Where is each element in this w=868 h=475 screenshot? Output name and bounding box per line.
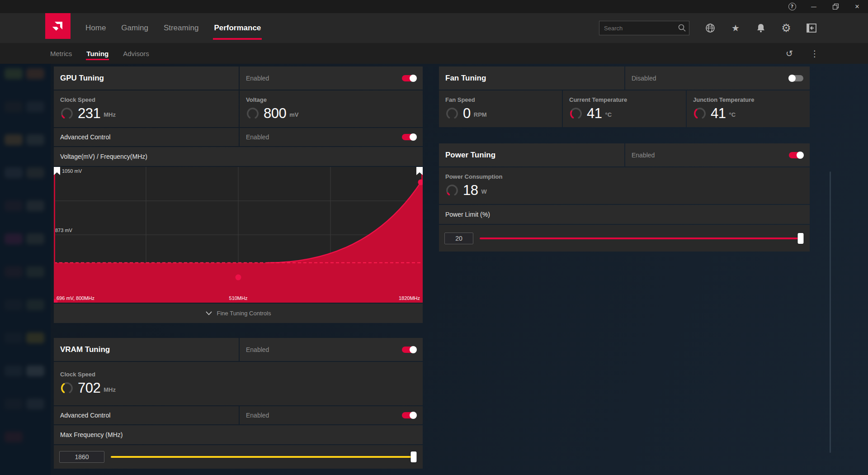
fan-tuning-toggle[interactable]	[789, 75, 803, 81]
settings-button[interactable]: ⚙	[777, 19, 795, 37]
vram-clock-speed-stat: Clock Speed 702 MHz	[54, 362, 423, 405]
more-options-button[interactable]: ⋮	[807, 45, 823, 62]
gpu-tuning-toggle[interactable]	[402, 75, 416, 81]
stat-value: 41	[711, 105, 726, 122]
undo-icon: ↺	[786, 48, 793, 58]
card-title: GPU Tuning	[54, 74, 104, 83]
curve-control-point[interactable]	[236, 275, 241, 280]
help-button[interactable]: ?	[781, 0, 803, 13]
power-tuning-state: Enabled	[625, 143, 810, 166]
state-label: Disabled	[625, 75, 656, 82]
max-frequency-value[interactable]: 1860	[59, 451, 104, 463]
close-icon: ✕	[855, 3, 860, 10]
stat-unit: RPM	[474, 111, 487, 118]
advanced-control-label: Advanced Control	[54, 412, 110, 419]
performance-subnav: Metrics Tuning Advisors ↺ ⋮	[0, 43, 868, 64]
notifications-button[interactable]	[752, 19, 770, 37]
power-limit-value[interactable]: 20	[444, 233, 473, 244]
stat-value: 0	[463, 105, 471, 122]
gpu-voltage-stat: Voltage 800 mV	[240, 90, 423, 127]
gpu-advanced-control-toggle[interactable]	[402, 134, 416, 140]
gpu-advanced-control-row: Advanced Control	[54, 128, 239, 146]
panel-collapse-icon	[807, 24, 816, 33]
vf-chart-title: Voltage(mV) / Frequency(MHz)	[54, 153, 147, 160]
tab-tuning[interactable]: Tuning	[79, 43, 116, 64]
stat-label: Voltage	[246, 96, 416, 103]
voltage-frequency-curve[interactable]: 1050 mV 873 mV 696 mV, 800MHz 510MHz 182…	[54, 167, 423, 303]
vf-curve-svg	[54, 167, 423, 303]
gauge-icon	[445, 184, 459, 197]
background-overlay	[0, 64, 51, 475]
vram-tuning-state: Enabled	[240, 338, 423, 361]
stat-label: Current Temperature	[569, 96, 679, 103]
slider-fill	[111, 456, 414, 458]
gpu-tuning-header: GPU Tuning	[54, 66, 239, 90]
nav-item-home[interactable]: Home	[78, 13, 113, 43]
nav-item-gaming[interactable]: Gaming	[113, 13, 156, 43]
slider-handle[interactable]	[798, 233, 804, 244]
gauge-icon	[60, 381, 74, 395]
gpu-advanced-control-state: Enabled	[240, 128, 423, 146]
stat-value: 231	[78, 105, 100, 122]
tuning-content: GPU Tuning Enabled Clock Speed 231 MHz	[0, 64, 868, 475]
fine-tuning-controls-expander[interactable]: Fine Tuning Controls	[54, 304, 423, 323]
collapse-panel-button[interactable]	[802, 19, 821, 37]
browser-button[interactable]	[701, 19, 719, 37]
close-button[interactable]: ✕	[846, 0, 868, 13]
power-consumption-stat: Power Consumption 18 W	[439, 167, 810, 204]
restore-icon	[833, 4, 839, 10]
gpu-tuning-state: Enabled	[240, 66, 423, 90]
slider-handle[interactable]	[411, 451, 417, 462]
tab-advisors[interactable]: Advisors	[116, 43, 156, 64]
power-tuning-toggle[interactable]	[789, 152, 803, 158]
stat-label: Clock Speed	[60, 371, 416, 378]
max-frequency-label-row: Max Frequency (MHz)	[54, 425, 423, 444]
stat-label: Fan Speed	[445, 96, 556, 103]
gpu-clock-speed-stat: Clock Speed 231 MHz	[54, 90, 239, 127]
vf-chart-title-row: Voltage(mV) / Frequency(MHz)	[54, 147, 423, 166]
stat-value: 702	[78, 380, 100, 396]
gear-icon: ⚙	[781, 22, 791, 34]
stat-value: 41	[587, 105, 602, 122]
favorites-button[interactable]: ★	[726, 19, 745, 37]
state-label: Enabled	[240, 133, 269, 141]
search-input[interactable]	[599, 21, 689, 35]
nav-item-streaming[interactable]: Streaming	[156, 13, 206, 43]
subnav-actions: ↺ ⋮	[781, 45, 823, 62]
fan-tuning-card: Fan Tuning Disabled Fan Speed 0 RPM	[439, 66, 810, 127]
gauge-icon	[569, 107, 583, 120]
background-game-list	[0, 64, 51, 475]
amd-logo[interactable]	[45, 13, 71, 39]
card-title: Power Tuning	[439, 151, 495, 160]
max-frequency-slider[interactable]	[111, 451, 414, 462]
minimize-button[interactable]: —	[803, 0, 825, 13]
stat-unit: MHz	[104, 111, 116, 118]
adrenalin-window: ? — ✕ Home Gaming Streaming Performance	[0, 0, 868, 475]
gauge-icon	[445, 107, 459, 120]
gauge-icon	[60, 107, 74, 120]
help-icon: ?	[788, 3, 796, 10]
restore-button[interactable]	[825, 0, 846, 13]
reset-button[interactable]: ↺	[781, 45, 797, 62]
max-frequency-label: Max Frequency (MHz)	[54, 431, 123, 438]
gauge-icon	[693, 107, 707, 120]
vram-advanced-control-toggle[interactable]	[402, 412, 416, 418]
vram-tuning-header: VRAM Tuning	[54, 338, 239, 361]
nav-item-performance[interactable]: Performance	[206, 13, 269, 43]
tab-metrics[interactable]: Metrics	[43, 43, 79, 64]
search-icon[interactable]	[678, 24, 686, 32]
chevron-down-icon	[206, 311, 212, 315]
nav-items: Home Gaming Streaming Performance	[78, 13, 269, 43]
gpu-tuning-card: GPU Tuning Enabled Clock Speed 231 MHz	[54, 66, 423, 323]
stat-unit: W	[481, 188, 486, 195]
fan-speed-stat: Fan Speed 0 RPM	[439, 90, 562, 127]
power-tuning-header: Power Tuning	[439, 143, 624, 166]
background-window-edge	[830, 171, 831, 453]
amd-arrow-icon	[51, 19, 65, 33]
vram-tuning-toggle[interactable]	[402, 347, 416, 353]
kebab-icon: ⋮	[811, 48, 819, 58]
power-limit-slider[interactable]	[480, 233, 801, 244]
stat-label: Clock Speed	[60, 96, 232, 103]
stat-value: 18	[463, 182, 478, 199]
stat-unit: °C	[729, 111, 736, 118]
